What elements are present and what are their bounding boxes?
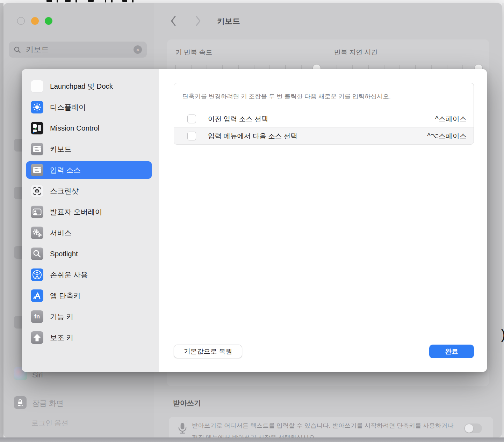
sidebar-item-modifier-keys[interactable]: 보조 키 xyxy=(26,329,152,346)
screen: × Siri 잠금 화면 로그인 옵션 xyxy=(0,0,504,442)
shortcuts-sidebar: Launchpad 및 Dock 디스플레이 xyxy=(22,69,159,372)
services-icon xyxy=(31,227,43,239)
keyboard-shortcuts-sheet: Launchpad 및 Dock 디스플레이 xyxy=(22,69,487,372)
accessibility-icon xyxy=(31,268,43,281)
checkbox[interactable] xyxy=(187,115,196,123)
dictation-toggle[interactable] xyxy=(464,423,482,433)
sidebar-item-keyboard[interactable]: 키보드 xyxy=(26,140,152,158)
dictation-description-line2: 편집 메뉴에서 받아쓰기 시작을 선택하십시오. xyxy=(192,433,317,437)
spotlight-icon xyxy=(31,248,43,260)
function-keys-icon: fn xyxy=(31,310,43,323)
shortcuts-table: 단축키를 변경하려면 키 조합을 두 번 클릭한 다음 새로운 키를 입력하십시… xyxy=(174,83,474,145)
toggle-knob xyxy=(465,424,473,433)
sidebar-item-function-keys[interactable]: fn 기능 키 xyxy=(26,308,152,325)
shortcut-keys[interactable]: ^스페이스 xyxy=(435,114,467,124)
sidebar-item-accessibility[interactable]: 손쉬운 사용 xyxy=(26,266,152,283)
clipped-paren-fragment: ) xyxy=(501,327,504,342)
shortcuts-content: 단축키를 변경하려면 키 조합을 두 번 클릭한 다음 새로운 키를 입력하십시… xyxy=(159,69,487,372)
sidebar-item-presenter-overlay[interactable]: 발표자 오버레이 xyxy=(26,203,152,221)
desktop-bottom-edge xyxy=(0,437,504,442)
presenter-overlay-icon xyxy=(31,206,43,218)
window-minimize-button[interactable] xyxy=(31,17,39,25)
app-shortcuts-icon xyxy=(31,289,43,302)
keyboard-icon xyxy=(31,143,43,155)
modifier-keys-icon xyxy=(31,331,43,344)
sidebar-item-launchpad-dock[interactable]: Launchpad 및 Dock xyxy=(26,78,152,95)
key-repeat-label: 키 반복 속도 xyxy=(175,48,213,57)
dictation-description-line1: 받아쓰기로 어디서든 텍스트를 입력할 수 있습니다. 받아쓰기를 시작하려면 … xyxy=(192,421,454,430)
forward-chevron-icon[interactable] xyxy=(194,15,202,27)
desktop-left-edge xyxy=(0,3,3,437)
sidebar-item-lock-screen[interactable]: 잠금 화면 xyxy=(32,398,64,408)
sidebar-item-login-options[interactable]: 로그인 옵션 xyxy=(31,418,69,428)
search-icon xyxy=(14,46,21,53)
dictation-heading: 받아쓰기 xyxy=(173,398,201,408)
sidebar-item-spotlight[interactable]: Spotlight xyxy=(26,245,152,263)
restore-defaults-button[interactable]: 기본값으로 복원 xyxy=(174,345,242,358)
microphone-icon xyxy=(177,422,188,434)
desktop-right-edge xyxy=(502,3,504,437)
window-zoom-button[interactable] xyxy=(45,17,52,25)
sidebar-item-siri[interactable]: Siri xyxy=(32,371,43,379)
screenshot-icon xyxy=(31,185,43,197)
clear-search-icon[interactable]: × xyxy=(134,45,142,54)
shortcut-keys[interactable]: ^⌥스페이스 xyxy=(427,131,467,141)
display-icon xyxy=(31,101,43,113)
checkbox[interactable] xyxy=(187,132,196,140)
repeat-delay-label: 반복 지연 시간 xyxy=(334,48,378,57)
footer-divider xyxy=(159,330,487,330)
sidebar-item-display[interactable]: 디스플레이 xyxy=(26,98,152,116)
sidebar-item-mission-control[interactable]: Mission Control xyxy=(26,119,152,137)
page-title: 키보드 xyxy=(217,16,240,27)
sidebar-item-app-shortcuts[interactable]: 앱 단축키 xyxy=(26,287,152,304)
dictation-card: 받아쓰기로 어디서든 텍스트를 입력할 수 있습니다. 받아쓰기를 시작하려면 … xyxy=(169,417,493,437)
input-sources-icon xyxy=(31,164,43,176)
mission-control-icon xyxy=(31,122,43,134)
shortcut-row-previous-input-source[interactable]: 이전 입력 소스 선택 ^스페이스 xyxy=(174,110,474,127)
search-input[interactable] xyxy=(25,45,134,54)
back-chevron-icon[interactable] xyxy=(170,15,177,27)
lock-icon xyxy=(14,396,27,409)
window-close-button[interactable] xyxy=(17,17,25,25)
shortcuts-instruction: 단축키를 변경하려면 키 조합을 두 번 클릭한 다음 새로운 키를 입력하십시… xyxy=(174,83,474,110)
sidebar-item-input-sources[interactable]: 입력 소스 xyxy=(26,161,152,179)
done-button[interactable]: 완료 xyxy=(429,345,474,358)
sidebar-item-screenshots[interactable]: 스크린샷 xyxy=(26,182,152,200)
sidebar-item-services[interactable]: 서비스 xyxy=(26,224,152,242)
settings-search-field[interactable]: × xyxy=(9,42,147,58)
launchpad-icon xyxy=(31,80,43,93)
shortcut-row-next-input-source[interactable]: 입력 메뉴에서 다음 소스 선택 ^⌥스페이스 xyxy=(174,127,474,144)
